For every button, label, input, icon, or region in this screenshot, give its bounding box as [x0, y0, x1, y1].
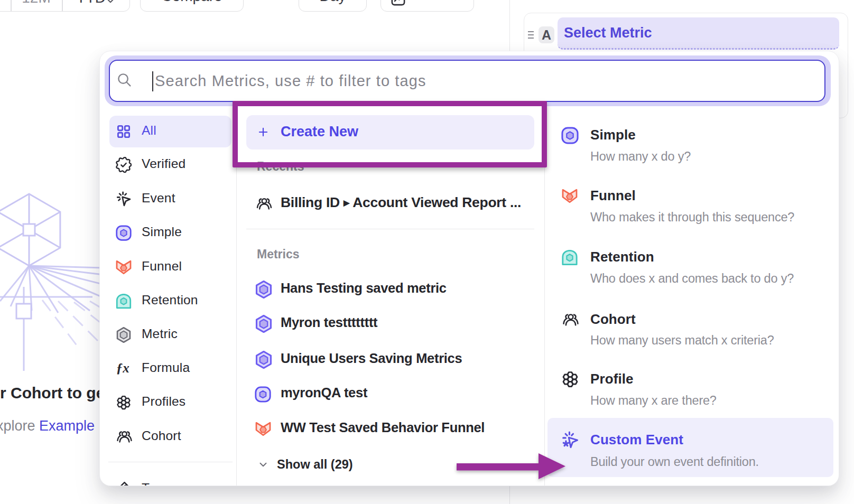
svg-text:ƒx: ƒx — [116, 361, 129, 375]
